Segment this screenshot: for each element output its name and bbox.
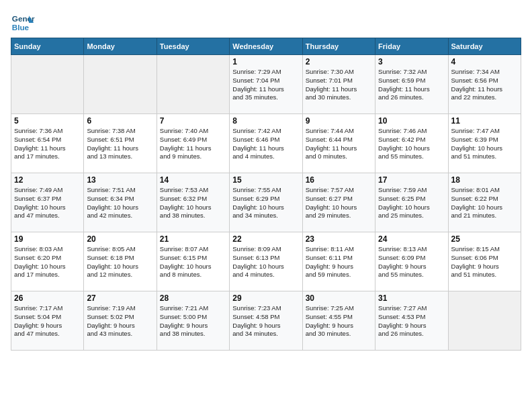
day-info: Sunrise: 7:40 AM Sunset: 6:49 PM Dayligh…	[160, 127, 226, 161]
day-info: Sunrise: 7:19 AM Sunset: 5:02 PM Dayligh…	[87, 304, 153, 338]
day-cell: 21Sunrise: 8:07 AM Sunset: 6:15 PM Dayli…	[157, 232, 229, 291]
day-cell	[84, 55, 157, 114]
day-number: 1	[232, 57, 299, 66]
day-cell: 3Sunrise: 7:32 AM Sunset: 6:59 PM Daylig…	[375, 55, 448, 114]
day-number: 27	[87, 293, 153, 303]
day-number: 16	[306, 175, 372, 185]
day-info: Sunrise: 7:27 AM Sunset: 4:53 PM Dayligh…	[378, 304, 445, 338]
day-info: Sunrise: 7:51 AM Sunset: 6:34 PM Dayligh…	[87, 186, 153, 220]
day-number: 3	[378, 57, 445, 66]
day-cell	[157, 55, 229, 114]
day-info: Sunrise: 7:59 AM Sunset: 6:25 PM Dayligh…	[378, 186, 445, 220]
calendar-body: 1Sunrise: 7:29 AM Sunset: 7:04 PM Daylig…	[11, 55, 521, 351]
weekday-header-friday: Friday	[375, 38, 448, 55]
day-info: Sunrise: 7:32 AM Sunset: 6:59 PM Dayligh…	[378, 68, 445, 102]
day-number: 21	[160, 234, 226, 244]
week-row-3: 12Sunrise: 7:49 AM Sunset: 6:37 PM Dayli…	[11, 173, 521, 232]
day-number: 19	[14, 234, 81, 244]
day-cell: 29Sunrise: 7:23 AM Sunset: 4:58 PM Dayli…	[230, 291, 302, 351]
day-number: 29	[232, 293, 299, 303]
day-cell: 1Sunrise: 7:29 AM Sunset: 7:04 PM Daylig…	[230, 55, 302, 114]
day-info: Sunrise: 7:36 AM Sunset: 6:54 PM Dayligh…	[14, 127, 81, 161]
day-number: 25	[451, 234, 518, 244]
day-cell: 22Sunrise: 8:09 AM Sunset: 6:13 PM Dayli…	[230, 232, 302, 291]
day-cell	[448, 291, 521, 351]
day-cell: 12Sunrise: 7:49 AM Sunset: 6:37 PM Dayli…	[11, 173, 84, 232]
day-number: 4	[451, 57, 518, 66]
day-cell: 7Sunrise: 7:40 AM Sunset: 6:49 PM Daylig…	[157, 114, 229, 173]
day-info: Sunrise: 7:30 AM Sunset: 7:01 PM Dayligh…	[306, 68, 372, 102]
day-cell: 28Sunrise: 7:21 AM Sunset: 5:00 PM Dayli…	[157, 291, 229, 351]
day-info: Sunrise: 8:15 AM Sunset: 6:06 PM Dayligh…	[451, 245, 518, 279]
day-info: Sunrise: 8:05 AM Sunset: 6:18 PM Dayligh…	[87, 245, 153, 279]
day-number: 10	[378, 116, 445, 126]
week-row-5: 26Sunrise: 7:17 AM Sunset: 5:04 PM Dayli…	[11, 291, 521, 351]
day-info: Sunrise: 8:13 AM Sunset: 6:09 PM Dayligh…	[378, 245, 445, 279]
calendar: SundayMondayTuesdayWednesdayThursdayFrid…	[11, 38, 521, 351]
day-info: Sunrise: 7:34 AM Sunset: 6:56 PM Dayligh…	[451, 68, 518, 102]
day-number: 2	[306, 57, 372, 66]
day-number: 6	[87, 116, 153, 126]
logo: General Blue	[11, 11, 35, 35]
day-number: 8	[232, 116, 299, 126]
day-info: Sunrise: 8:01 AM Sunset: 6:22 PM Dayligh…	[451, 186, 518, 220]
day-cell: 20Sunrise: 8:05 AM Sunset: 6:18 PM Dayli…	[84, 232, 157, 291]
day-number: 14	[160, 175, 226, 185]
day-info: Sunrise: 8:03 AM Sunset: 6:20 PM Dayligh…	[14, 245, 81, 279]
header: General Blue	[11, 11, 521, 35]
day-info: Sunrise: 7:25 AM Sunset: 4:55 PM Dayligh…	[306, 304, 372, 338]
day-number: 18	[451, 175, 518, 185]
day-cell: 23Sunrise: 8:11 AM Sunset: 6:11 PM Dayli…	[302, 232, 375, 291]
day-number: 12	[14, 175, 81, 185]
day-info: Sunrise: 7:23 AM Sunset: 4:58 PM Dayligh…	[232, 304, 299, 338]
day-info: Sunrise: 7:46 AM Sunset: 6:42 PM Dayligh…	[378, 127, 445, 161]
weekday-header-monday: Monday	[84, 38, 157, 55]
weekday-header-tuesday: Tuesday	[157, 38, 229, 55]
day-number: 5	[14, 116, 81, 126]
day-info: Sunrise: 7:57 AM Sunset: 6:27 PM Dayligh…	[306, 186, 372, 220]
day-number: 22	[232, 234, 299, 244]
weekday-row: SundayMondayTuesdayWednesdayThursdayFrid…	[11, 38, 521, 55]
day-info: Sunrise: 7:49 AM Sunset: 6:37 PM Dayligh…	[14, 186, 81, 220]
day-cell: 13Sunrise: 7:51 AM Sunset: 6:34 PM Dayli…	[84, 173, 157, 232]
day-cell: 16Sunrise: 7:57 AM Sunset: 6:27 PM Dayli…	[302, 173, 375, 232]
day-cell: 30Sunrise: 7:25 AM Sunset: 4:55 PM Dayli…	[302, 291, 375, 351]
day-number: 20	[87, 234, 153, 244]
day-info: Sunrise: 7:38 AM Sunset: 6:51 PM Dayligh…	[87, 127, 153, 161]
day-number: 30	[306, 293, 372, 303]
day-cell	[11, 55, 84, 114]
day-cell: 10Sunrise: 7:46 AM Sunset: 6:42 PM Dayli…	[375, 114, 448, 173]
day-info: Sunrise: 7:21 AM Sunset: 5:00 PM Dayligh…	[160, 304, 226, 338]
svg-text:Blue: Blue	[12, 23, 30, 32]
day-cell: 6Sunrise: 7:38 AM Sunset: 6:51 PM Daylig…	[84, 114, 157, 173]
day-cell: 5Sunrise: 7:36 AM Sunset: 6:54 PM Daylig…	[11, 114, 84, 173]
weekday-header-saturday: Saturday	[448, 38, 521, 55]
weekday-header-wednesday: Wednesday	[230, 38, 302, 55]
day-info: Sunrise: 7:42 AM Sunset: 6:46 PM Dayligh…	[232, 127, 299, 161]
day-number: 24	[378, 234, 445, 244]
day-number: 15	[232, 175, 299, 185]
day-number: 17	[378, 175, 445, 185]
week-row-1: 1Sunrise: 7:29 AM Sunset: 7:04 PM Daylig…	[11, 55, 521, 114]
day-number: 9	[306, 116, 372, 126]
day-info: Sunrise: 7:47 AM Sunset: 6:39 PM Dayligh…	[451, 127, 518, 161]
day-cell: 2Sunrise: 7:30 AM Sunset: 7:01 PM Daylig…	[302, 55, 375, 114]
day-cell: 31Sunrise: 7:27 AM Sunset: 4:53 PM Dayli…	[375, 291, 448, 351]
day-cell: 14Sunrise: 7:53 AM Sunset: 6:32 PM Dayli…	[157, 173, 229, 232]
day-cell: 25Sunrise: 8:15 AM Sunset: 6:06 PM Dayli…	[448, 232, 521, 291]
day-cell: 9Sunrise: 7:44 AM Sunset: 6:44 PM Daylig…	[302, 114, 375, 173]
day-number: 28	[160, 293, 226, 303]
week-row-4: 19Sunrise: 8:03 AM Sunset: 6:20 PM Dayli…	[11, 232, 521, 291]
calendar-header: SundayMondayTuesdayWednesdayThursdayFrid…	[11, 38, 521, 55]
day-number: 31	[378, 293, 445, 303]
day-info: Sunrise: 7:17 AM Sunset: 5:04 PM Dayligh…	[14, 304, 81, 338]
day-cell: 19Sunrise: 8:03 AM Sunset: 6:20 PM Dayli…	[11, 232, 84, 291]
day-number: 23	[306, 234, 372, 244]
day-cell: 15Sunrise: 7:55 AM Sunset: 6:29 PM Dayli…	[230, 173, 302, 232]
day-info: Sunrise: 7:55 AM Sunset: 6:29 PM Dayligh…	[232, 186, 299, 220]
day-info: Sunrise: 8:11 AM Sunset: 6:11 PM Dayligh…	[306, 245, 372, 279]
day-cell: 4Sunrise: 7:34 AM Sunset: 6:56 PM Daylig…	[448, 55, 521, 114]
day-cell: 8Sunrise: 7:42 AM Sunset: 6:46 PM Daylig…	[230, 114, 302, 173]
day-info: Sunrise: 7:44 AM Sunset: 6:44 PM Dayligh…	[306, 127, 372, 161]
day-cell: 11Sunrise: 7:47 AM Sunset: 6:39 PM Dayli…	[448, 114, 521, 173]
